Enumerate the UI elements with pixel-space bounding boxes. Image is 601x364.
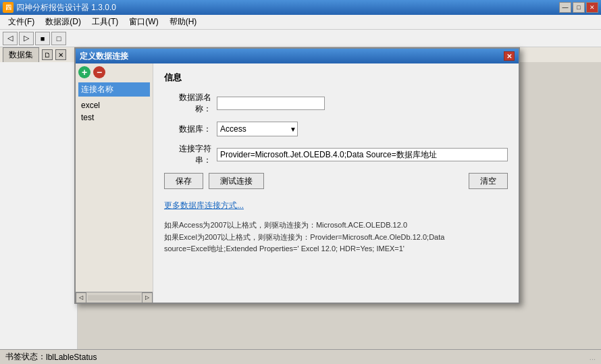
database-select[interactable]: Access Excel SQL Server MySQL Oracle <box>217 122 298 136</box>
database-select-wrapper: Access Excel SQL Server MySQL Oracle ▼ <box>217 122 298 136</box>
modal-left-scrollbar: ◁ ▷ <box>76 292 153 303</box>
scroll-left-btn[interactable]: ◁ <box>76 292 86 303</box>
toolbar-btn-2[interactable]: ▷ <box>19 32 34 45</box>
connection-string-row: 连接字符串： <box>164 143 508 166</box>
status-dots: ... <box>590 353 596 361</box>
toolbar-btn-4[interactable]: □ <box>51 32 66 45</box>
title-bar-controls: — □ ✕ <box>559 2 598 13</box>
connection-list-header: 连接名称 <box>78 82 150 97</box>
database-label: 数据库： <box>164 124 211 135</box>
toolbar-btn-1[interactable]: ◁ <box>3 32 18 45</box>
menu-help[interactable]: 帮助(H) <box>164 15 203 29</box>
datasource-row: 数据源名称： <box>164 92 508 115</box>
add-connection-button[interactable]: + <box>78 66 90 78</box>
datasource-input[interactable] <box>217 97 325 110</box>
modal-close-button[interactable]: ✕ <box>504 51 515 61</box>
save-button[interactable]: 保存 <box>164 173 203 189</box>
modal-title-bar: 定义数据连接 ✕ <box>76 49 519 63</box>
modal-left-panel: + − 连接名称 excel test ◁ ▷ <box>76 63 153 303</box>
menu-tools[interactable]: 工具(T) <box>86 15 124 29</box>
section-title: 信息 <box>164 72 508 84</box>
database-row: 数据库： Access Excel SQL Server MySQL Oracl… <box>164 122 508 136</box>
help-text: 如果Access为2007以上格式，则驱动连接为：Microsoft.ACE.O… <box>164 219 508 255</box>
title-bar: 四 四神分析报告设计器 1.3.0.0 — □ ✕ <box>0 0 601 15</box>
more-connections-link[interactable]: 更多数据库连接方式... <box>164 200 508 211</box>
app-close-button[interactable]: ✕ <box>586 2 598 13</box>
tab-close-button[interactable]: ✕ <box>55 49 66 60</box>
modal-title: 定义数据连接 <box>80 51 128 62</box>
remove-connection-button[interactable]: − <box>93 66 105 78</box>
btn-left-group: 保存 测试连接 <box>164 173 264 189</box>
menu-bar: 文件(F) 数据源(D) 工具(T) 窗口(W) 帮助(H) <box>0 15 601 30</box>
modal-content: + − 连接名称 excel test ◁ ▷ 信息 数据源名称： 数据 <box>76 63 519 303</box>
test-connection-button[interactable]: 测试连接 <box>209 173 264 189</box>
tab-dataset[interactable]: 数据集 <box>3 47 39 62</box>
datasource-label: 数据源名称： <box>164 92 211 115</box>
modal-right-panel: 信息 数据源名称： 数据库： Access Excel SQL Server M… <box>153 63 519 303</box>
status-bar: 书签状态： lblLableStatus ... <box>0 349 601 364</box>
title-bar-left: 四 四神分析报告设计器 1.3.0.0 <box>3 2 116 14</box>
connection-item-excel[interactable]: excel <box>78 99 150 111</box>
tab-add-button[interactable]: 🗋 <box>42 49 53 60</box>
clear-button[interactable]: 清空 <box>469 173 508 189</box>
menu-window[interactable]: 窗口(W) <box>124 15 163 29</box>
status-label: 书签状态： <box>5 351 46 363</box>
scroll-track <box>88 295 140 301</box>
maximize-button[interactable]: □ <box>573 2 585 13</box>
toolbar-btn-3[interactable]: ■ <box>35 32 50 45</box>
app-title: 四神分析报告设计器 1.3.0.0 <box>16 2 116 14</box>
minimize-button[interactable]: — <box>559 2 571 13</box>
connection-label: 连接字符串： <box>164 143 211 166</box>
modal-left-toolbar: + − <box>78 66 150 78</box>
status-value: lblLableStatus <box>46 353 97 362</box>
action-buttons-row: 保存 测试连接 清空 <box>164 173 508 189</box>
menu-file[interactable]: 文件(F) <box>3 15 40 29</box>
connection-string-input[interactable] <box>217 148 508 161</box>
menu-datasource[interactable]: 数据源(D) <box>40 15 86 29</box>
connection-item-test[interactable]: test <box>78 111 150 124</box>
modal-dialog: 定义数据连接 ✕ + − 连接名称 excel test ◁ ▷ 信息 数据源 <box>74 47 520 304</box>
toolbar: ◁ ▷ ■ □ <box>0 30 601 47</box>
left-panel <box>0 62 78 349</box>
scroll-right-btn[interactable]: ▷ <box>142 292 153 303</box>
app-icon: 四 <box>3 2 14 13</box>
